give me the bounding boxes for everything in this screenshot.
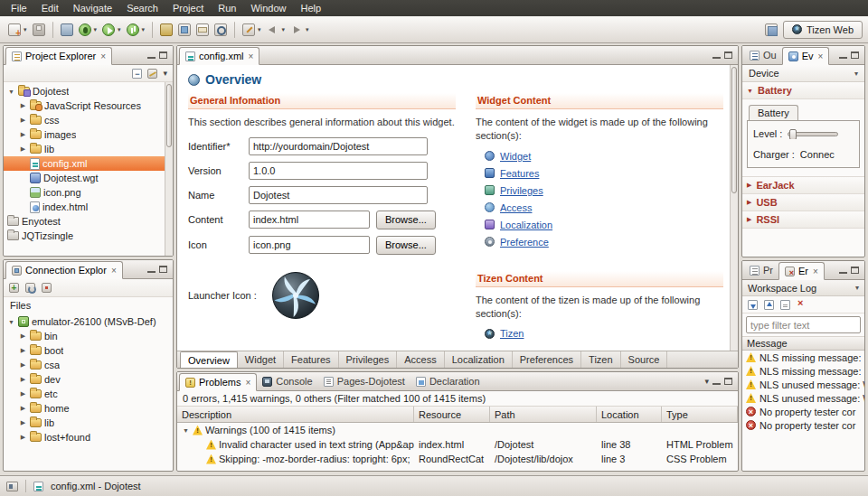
field-input[interactable]: [249, 186, 428, 204]
toolbar-button[interactable]: ▾: [124, 21, 148, 39]
link-with-editor-icon[interactable]: [147, 69, 157, 79]
toolbar-button[interactable]: [58, 21, 76, 39]
delete-log-icon[interactable]: [797, 300, 807, 310]
tree-item[interactable]: JQTizsingle: [4, 229, 173, 243]
tree-item[interactable]: etc: [4, 387, 173, 401]
expander-icon[interactable]: [7, 319, 15, 325]
tree-item[interactable]: icon.png: [4, 185, 173, 200]
log-row[interactable]: No property tester cor: [742, 405, 864, 418]
expander-icon[interactable]: [19, 434, 27, 441]
menu-item[interactable]: Project: [165, 1, 211, 15]
menu-item[interactable]: Run: [211, 1, 243, 15]
clear-log-icon[interactable]: [780, 300, 790, 310]
toolbar-button[interactable]: ▾: [76, 21, 100, 39]
view-tab[interactable]: Pages-Dojotest: [318, 372, 410, 390]
browse-button[interactable]: Browse...: [376, 211, 436, 229]
browse-button[interactable]: Browse...: [376, 236, 436, 255]
tree-item[interactable]: css: [4, 113, 173, 127]
close-icon[interactable]: ×: [818, 51, 824, 61]
tree-item[interactable]: emulator-26100 (MSvB-Def): [4, 314, 173, 329]
section-battery[interactable]: ▼ Battery: [742, 82, 864, 99]
problems-row[interactable]: Skipping: -moz-border-radius: topright: …: [177, 452, 738, 466]
field-input[interactable]: [249, 211, 370, 229]
toolbar-button[interactable]: ▾: [5, 21, 30, 39]
view-tab[interactable]: Pr: [744, 261, 778, 279]
view-tab[interactable]: Er ×: [778, 262, 825, 280]
expander-icon[interactable]: [19, 131, 27, 138]
section-earjack[interactable]: ▶ EarJack: [742, 177, 864, 194]
maximize-icon[interactable]: [724, 378, 732, 385]
column-header[interactable]: Path: [490, 407, 597, 422]
chevron-down-icon[interactable]: ▾: [282, 26, 286, 33]
expander-icon[interactable]: [182, 427, 190, 434]
toolbar-button[interactable]: ▾: [240, 21, 264, 39]
close-icon[interactable]: ×: [100, 51, 106, 61]
tree-item[interactable]: config.xml: [4, 156, 173, 171]
minimize-icon[interactable]: [839, 51, 847, 59]
page-tab[interactable]: Preferences: [513, 351, 581, 368]
toolbar-button[interactable]: [212, 21, 230, 39]
tree-item[interactable]: bin: [4, 329, 173, 343]
log-row[interactable]: NLS missing message:: [742, 351, 864, 364]
toolbar-button[interactable]: [234, 22, 235, 38]
menu-item[interactable]: File: [4, 1, 34, 15]
log-row[interactable]: NLS unused message: W: [742, 391, 864, 405]
toolbar-button[interactable]: [193, 21, 212, 39]
scrollbar[interactable]: [730, 65, 738, 351]
toolbar-button[interactable]: ▾: [264, 21, 288, 39]
expander-icon[interactable]: [19, 405, 27, 412]
section-link[interactable]: Privileges: [500, 185, 543, 196]
slider-thumb[interactable]: [789, 129, 797, 140]
page-tab[interactable]: Widget: [238, 351, 284, 368]
view-menu-icon[interactable]: ▾: [163, 69, 167, 78]
view-tab[interactable]: Declaration: [410, 372, 486, 390]
expander-icon[interactable]: [19, 332, 27, 340]
section-link[interactable]: Widget: [500, 151, 531, 162]
toolbar-button[interactable]: [52, 22, 53, 38]
chevron-down-icon[interactable]: ▾: [118, 26, 121, 33]
toolbar-button[interactable]: [175, 21, 193, 39]
minimize-icon[interactable]: [839, 267, 847, 274]
section-usb[interactable]: ▶ USB: [742, 194, 864, 211]
export-log-icon[interactable]: [748, 300, 758, 310]
close-icon[interactable]: ×: [813, 267, 818, 276]
toolbar-button[interactable]: [157, 21, 175, 39]
page-tab[interactable]: Privileges: [339, 351, 398, 368]
maximize-icon[interactable]: [159, 266, 167, 273]
device-selector[interactable]: Device ▾: [742, 65, 864, 82]
toolbar-button[interactable]: [30, 21, 48, 39]
tree-item[interactable]: lib: [4, 142, 173, 156]
maximize-icon[interactable]: [851, 51, 859, 59]
chevron-down-icon[interactable]: ▾: [94, 26, 98, 33]
battery-subtab[interactable]: Battery: [749, 105, 798, 120]
tree-item[interactable]: csa: [4, 358, 173, 372]
expander-icon[interactable]: [19, 145, 27, 153]
terminate-icon[interactable]: [42, 283, 52, 293]
column-header[interactable]: Type: [662, 407, 738, 422]
tree-item[interactable]: lost+found: [4, 430, 173, 445]
expander-icon[interactable]: [19, 376, 27, 383]
battery-level-slider[interactable]: [788, 132, 838, 136]
menu-item[interactable]: Window: [243, 1, 293, 15]
section-link[interactable]: Features: [500, 168, 539, 179]
view-tab[interactable]: Ou: [744, 46, 782, 64]
maximize-icon[interactable]: [724, 51, 732, 59]
column-header[interactable]: Description: [177, 407, 414, 422]
tree-item[interactable]: boot: [4, 343, 173, 358]
expander-icon[interactable]: [19, 117, 27, 124]
fast-view-icon[interactable]: [6, 482, 18, 491]
collapse-all-icon[interactable]: [132, 69, 142, 79]
close-icon[interactable]: ×: [249, 51, 254, 61]
page-tab[interactable]: Tizen: [581, 351, 621, 368]
scrollbar[interactable]: [165, 82, 173, 256]
new-connection-icon[interactable]: [9, 283, 19, 293]
import-log-icon[interactable]: [764, 300, 774, 310]
field-input[interactable]: [249, 236, 370, 254]
section-link[interactable]: Access: [500, 202, 532, 213]
tree-item[interactable]: home: [4, 401, 173, 416]
tab-project-explorer[interactable]: Project Explorer ×: [5, 47, 112, 65]
tree-item[interactable]: dev: [4, 372, 173, 387]
open-perspective-icon[interactable]: [765, 23, 778, 36]
charger-value[interactable]: Connec: [800, 149, 835, 160]
chevron-down-icon[interactable]: ▾: [258, 26, 261, 33]
